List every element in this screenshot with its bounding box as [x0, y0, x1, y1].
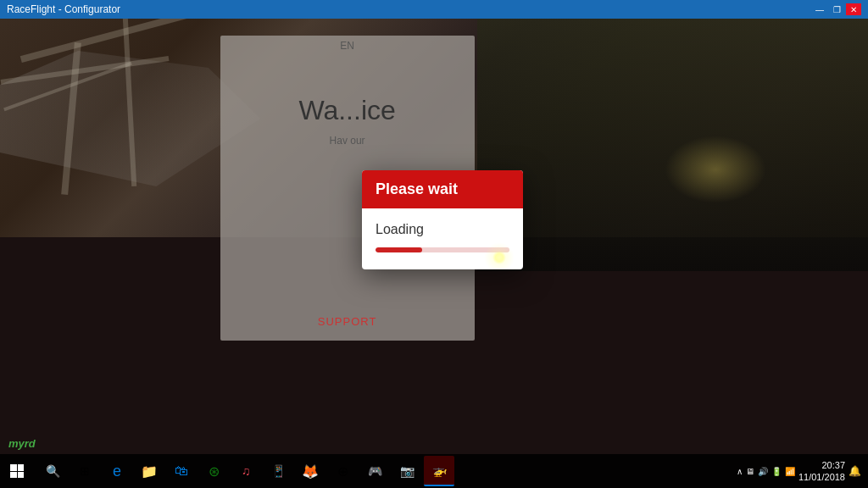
tray-network-icon[interactable]: 🖥 — [746, 467, 754, 476]
titlebar: RaceFlight - Configurator — ❐ ✕ — [0, 0, 868, 19]
modal-title: Please wait — [376, 180, 509, 198]
minimize-button[interactable]: — — [812, 3, 827, 15]
taskbar-extra2-icon[interactable]: 📷 — [392, 456, 422, 486]
taskbar-icons: 🔍 ⊞ e 📁 🛍 ⊛ ♫ 📱 🦊 ⊕ 🎮 📷 🚁 — [34, 456, 730, 486]
cursor-indicator — [492, 251, 506, 264]
close-button[interactable]: ✕ — [846, 3, 861, 15]
taskbar-extra1-icon[interactable]: 🎮 — [359, 456, 390, 486]
taskbar-chrome-icon[interactable]: ⊕ — [327, 456, 358, 486]
tray-up-arrow-icon[interactable]: ∧ — [737, 467, 743, 476]
taskbar-raceflight-icon[interactable]: 🚁 — [424, 456, 454, 486]
taskbar-edge-icon[interactable]: e — [102, 456, 132, 486]
taskbar-date-value: 11/01/2018 — [798, 471, 845, 483]
please-wait-modal: Please wait Loading — [362, 170, 523, 269]
taskbar-time-value: 20:37 — [798, 459, 845, 471]
taskbar-firefox-icon[interactable]: 🦊 — [295, 456, 326, 486]
tray-battery-icon[interactable]: 🔋 — [771, 467, 782, 476]
taskbar-search-icon[interactable]: 🔍 — [37, 456, 68, 486]
main-content: EN Wa...ice Hav our SUPPORT Please wait … — [0, 19, 868, 454]
taskbar-groove-icon[interactable]: ♫ — [231, 456, 261, 486]
modal-header: Please wait — [362, 170, 523, 208]
taskbar-xbox-icon[interactable]: ⊛ — [198, 456, 229, 486]
modal-body: Loading — [362, 208, 523, 269]
taskbar-clock[interactable]: 20:37 11/01/2018 — [798, 459, 845, 484]
loading-label: Loading — [376, 222, 509, 237]
taskbar-phone-icon[interactable]: 📱 — [263, 456, 293, 486]
progress-bar-fill — [376, 247, 422, 252]
taskbar-folder-icon[interactable]: 📁 — [134, 456, 164, 486]
taskbar: 🔍 ⊞ e 📁 🛍 ⊛ ♫ 📱 🦊 ⊕ 🎮 📷 🚁 ∧ 🖥 🔊 🔋 📶 20:3… — [0, 454, 868, 488]
modal-overlay: Please wait Loading — [0, 19, 868, 454]
titlebar-title: RaceFlight - Configurator — [7, 3, 120, 15]
tray-volume-icon[interactable]: 🔊 — [758, 467, 768, 476]
taskbar-right: ∧ 🖥 🔊 🔋 📶 20:37 11/01/2018 🔔 — [730, 459, 868, 484]
tray-wifi-icon[interactable]: 📶 — [785, 467, 795, 476]
taskbar-store-icon[interactable]: 🛍 — [166, 456, 197, 486]
windows-icon — [10, 464, 24, 478]
restore-button[interactable]: ❐ — [829, 3, 844, 15]
titlebar-controls: — ❐ ✕ — [812, 3, 861, 15]
taskbar-taskview-icon[interactable]: ⊞ — [70, 456, 100, 486]
start-button[interactable] — [0, 454, 34, 488]
notification-icon[interactable]: 🔔 — [849, 465, 861, 477]
system-tray-icons: ∧ 🖥 🔊 🔋 📶 — [737, 467, 795, 476]
